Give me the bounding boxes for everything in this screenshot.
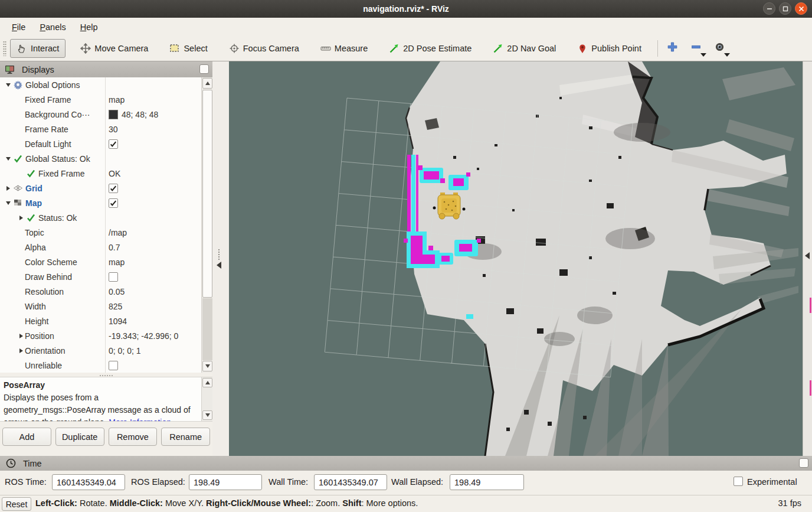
expander-down-icon[interactable] (5, 83, 12, 87)
right-panel-splitter[interactable] (803, 61, 812, 456)
wall-time-input[interactable] (314, 474, 387, 490)
property-checkbox[interactable] (109, 272, 118, 282)
menu-help[interactable]: Help (74, 20, 104, 34)
property-row-color-scheme[interactable]: Color Schememap (0, 255, 201, 269)
expander-down-icon[interactable] (5, 201, 12, 205)
property-row-status-ok[interactable]: Status: Ok (0, 210, 201, 225)
displays-float-button[interactable] (199, 64, 209, 74)
desc-scroll-down-button[interactable] (202, 410, 212, 420)
more-information-link[interactable]: More Information. (109, 418, 173, 422)
property-row-unreliable[interactable]: Unreliable (0, 358, 201, 373)
property-value-cell[interactable] (105, 198, 201, 208)
property-value-cell[interactable] (105, 272, 201, 282)
add-button[interactable]: Add (2, 428, 51, 446)
tool-move-camera[interactable]: Move Camera (74, 39, 155, 58)
expand-right-panel-arrow-icon[interactable] (805, 252, 810, 259)
description-scrollbar[interactable] (201, 377, 212, 421)
property-row-default-light[interactable]: Default Light (0, 136, 201, 151)
property-value-cell[interactable]: 0.05 (105, 287, 201, 296)
property-row-map[interactable]: Map (0, 195, 201, 210)
tool-measure[interactable]: Measure (314, 39, 374, 58)
property-row-width[interactable]: Width825 (0, 299, 201, 314)
displays-panel-header[interactable]: Displays (0, 61, 212, 77)
property-row-frame-rate[interactable]: Frame Rate30 (0, 122, 201, 136)
expander-right-icon[interactable] (18, 348, 25, 353)
add-tool-button[interactable] (665, 40, 680, 57)
tool-2d-pose-estimate[interactable]: 2D Pose Estimate (382, 39, 478, 58)
ros-time-input[interactable] (52, 474, 125, 490)
reset-button[interactable]: Reset (2, 497, 31, 511)
property-value-cell[interactable]: OK (105, 169, 201, 178)
menu-panels[interactable]: Panels (34, 20, 71, 34)
property-value-cell[interactable]: map (105, 257, 201, 267)
close-button[interactable] (795, 2, 807, 15)
dropdown-arrow-icon[interactable] (700, 53, 706, 57)
expander-right-icon[interactable] (18, 334, 25, 338)
color-swatch[interactable] (109, 110, 118, 119)
collapse-panel-arrow-icon[interactable] (217, 262, 221, 269)
tree-column-divider[interactable] (105, 77, 106, 373)
property-checkbox[interactable] (109, 139, 118, 149)
property-value-cell[interactable] (105, 361, 201, 370)
displays-scrollbar[interactable] (201, 77, 212, 373)
minimize-button[interactable] (763, 2, 775, 15)
property-value-cell[interactable]: -19.343; -42.996; 0 (105, 331, 201, 341)
property-value-cell[interactable]: 48; 48; 48 (105, 110, 201, 119)
property-value-cell[interactable]: 825 (105, 302, 201, 311)
property-row-resolution[interactable]: Resolution0.05 (0, 284, 201, 299)
property-row-global-options[interactable]: Global Options (0, 77, 201, 92)
dropdown-arrow-icon[interactable] (724, 53, 730, 57)
window-titlebar[interactable]: navigation.rviz* - RViz (0, 0, 812, 18)
property-row-draw-behind[interactable]: Draw Behind (0, 269, 201, 284)
property-value-cell[interactable]: 30 (105, 125, 201, 134)
tool-interact[interactable]: Interact (10, 39, 66, 58)
3d-viewport[interactable] (229, 61, 803, 456)
wall-elapsed-input[interactable] (450, 474, 524, 490)
scroll-up-button[interactable] (202, 78, 212, 89)
property-row-background-co[interactable]: Background Co···48; 48; 48 (0, 107, 201, 122)
maximize-button[interactable] (779, 2, 791, 15)
experimental-checkbox[interactable] (734, 477, 743, 486)
scrollbar-track[interactable] (202, 298, 212, 360)
property-row-height[interactable]: Height1094 (0, 314, 201, 328)
remove-tool-button[interactable] (689, 40, 704, 57)
ros-elapsed-input[interactable] (189, 474, 262, 490)
property-value-cell[interactable]: /map (105, 228, 201, 237)
property-checkbox[interactable] (109, 198, 118, 208)
time-panel-header[interactable]: Time (0, 456, 812, 471)
tool-publish-point[interactable]: Publish Point (571, 39, 648, 58)
toolbar-drag-handle[interactable] (3, 41, 6, 56)
property-row-alpha[interactable]: Alpha0.7 (0, 240, 201, 255)
left-panel-splitter[interactable] (212, 61, 229, 456)
duplicate-button[interactable]: Duplicate (55, 428, 104, 446)
property-row-grid[interactable]: Grid (0, 181, 201, 195)
scrollbar-thumb[interactable] (202, 90, 212, 298)
render-view[interactable] (229, 61, 803, 456)
tool-visibility-button[interactable] (712, 40, 728, 57)
property-value-cell[interactable]: 0; 0; 0; 1 (105, 346, 201, 356)
remove-button[interactable]: Remove (109, 428, 158, 446)
property-value-cell[interactable]: 0.7 (105, 243, 201, 252)
tool-focus-camera[interactable]: Focus Camera (222, 39, 306, 58)
time-float-button[interactable] (799, 458, 808, 468)
property-checkbox[interactable] (109, 361, 118, 370)
property-row-global-status-ok[interactable]: Global Status: Ok (0, 151, 201, 166)
property-row-topic[interactable]: Topic/map (0, 225, 201, 240)
desc-scroll-up-button[interactable] (202, 378, 212, 387)
expander-down-icon[interactable] (5, 157, 12, 161)
property-row-fixed-frame[interactable]: Fixed Framemap (0, 92, 201, 107)
property-value-cell[interactable] (105, 139, 201, 149)
property-row-fixed-frame[interactable]: Fixed FrameOK (0, 166, 201, 181)
tool-select[interactable]: Select (163, 39, 214, 58)
property-value-cell[interactable]: map (105, 95, 201, 105)
property-checkbox[interactable] (109, 184, 118, 193)
rename-button[interactable]: Rename (161, 428, 210, 446)
menu-file[interactable]: File (6, 20, 31, 34)
tool-2d-nav-goal[interactable]: 2D Nav Goal (486, 39, 562, 58)
property-value-cell[interactable]: 1094 (105, 317, 201, 326)
property-row-orientation[interactable]: Orientation0; 0; 0; 1 (0, 343, 201, 358)
property-row-position[interactable]: Position-19.343; -42.996; 0 (0, 328, 201, 343)
expander-right-icon[interactable] (18, 216, 25, 220)
property-value-cell[interactable] (105, 184, 201, 193)
expander-right-icon[interactable] (5, 186, 12, 191)
